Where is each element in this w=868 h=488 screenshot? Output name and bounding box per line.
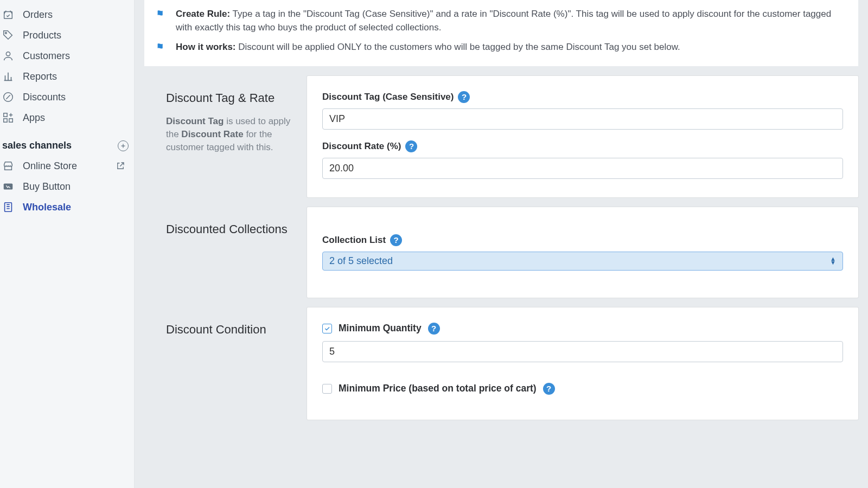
notice-text: How it works: Discount will be applied O… — [176, 41, 680, 54]
field-discount-tag: Discount Tag (Case Sensitive) ? — [322, 91, 843, 130]
card-discount-condition: Minimum Quantity ? Minimum Price (based … — [307, 307, 858, 420]
buy-button-icon — [2, 181, 14, 192]
svg-rect-8 — [5, 203, 12, 212]
sidebar-item-reports[interactable]: Reports — [0, 66, 134, 87]
field-min-price: Minimum Price (based on total price of c… — [322, 383, 843, 395]
sidebar-item-label: Customers — [23, 50, 70, 62]
collection-list-select[interactable]: 2 of 5 selected ▲▼ — [322, 252, 843, 271]
section-description: Discount Tag & Rate Discount Tag is used… — [144, 76, 307, 164]
min-quantity-input[interactable] — [322, 341, 843, 362]
min-price-checkbox[interactable] — [322, 384, 332, 394]
notice-label: Create Rule: — [176, 9, 230, 19]
sidebar-item-label: Products — [23, 30, 61, 41]
channel-item-buy-button[interactable]: Buy Button — [0, 176, 134, 197]
sidebar-item-apps[interactable]: Apps — [0, 107, 134, 128]
notice-body: Discount will be applied ONLY to the cus… — [238, 42, 680, 52]
online-store-icon — [2, 160, 14, 172]
min-quantity-checkbox[interactable] — [322, 324, 332, 333]
sales-channels-header: sales channels — [0, 128, 134, 156]
notice-text: Create Rule: Type a tag in the "Discount… — [176, 8, 847, 34]
channel-item-label: Wholesale — [23, 202, 71, 213]
section-discount-tag-rate: Discount Tag & Rate Discount Tag is used… — [144, 76, 858, 197]
svg-point-2 — [6, 52, 10, 56]
field-label-row: Discount Rate (%) ? — [322, 140, 843, 152]
svg-rect-4 — [4, 113, 7, 117]
section-help-text: Discount Tag is used to apply the Discou… — [166, 115, 296, 153]
svg-rect-5 — [4, 119, 7, 122]
select-caret-icon: ▲▼ — [830, 257, 836, 265]
channel-item-label: Online Store — [23, 160, 77, 172]
discount-rate-label: Discount Rate (%) — [322, 141, 401, 152]
field-label-row: Collection List ? — [322, 234, 843, 246]
min-price-label: Minimum Price (based on total price of c… — [339, 383, 537, 394]
add-channel-button[interactable] — [118, 140, 129, 151]
notice-panel: Create Rule: Type a tag in the "Discount… — [144, 0, 858, 66]
flag-icon — [155, 42, 167, 54]
notice-how-it-works: How it works: Discount will be applied O… — [144, 36, 858, 56]
discount-tag-input[interactable] — [322, 108, 843, 130]
help-icon[interactable]: ? — [543, 383, 555, 395]
external-link-icon[interactable] — [116, 161, 125, 171]
wholesale-icon — [2, 201, 14, 213]
collection-list-label: Collection List — [322, 235, 386, 246]
discount-rate-input[interactable] — [322, 158, 843, 179]
sidebar-item-discounts[interactable]: Discounts — [0, 87, 134, 107]
svg-rect-6 — [9, 119, 12, 122]
checkbox-row-min-qty: Minimum Quantity ? — [322, 323, 843, 335]
field-label-row: Discount Tag (Case Sensitive) ? — [322, 91, 843, 103]
customers-icon — [2, 50, 14, 62]
svg-point-1 — [5, 33, 7, 34]
section-title: Discount Condition — [166, 323, 296, 337]
channel-item-online-store[interactable]: Online Store — [0, 156, 134, 176]
help-icon[interactable]: ? — [428, 323, 440, 335]
checkbox-row-min-price: Minimum Price (based on total price of c… — [322, 383, 843, 395]
flag-icon — [155, 9, 167, 21]
field-discount-rate: Discount Rate (%) ? — [322, 140, 843, 179]
help-icon[interactable]: ? — [405, 140, 417, 152]
sidebar-item-label: Apps — [23, 112, 45, 124]
select-value: 2 of 5 selected — [329, 255, 393, 267]
sidebar-item-label: Discounts — [23, 92, 66, 103]
notice-body: Type a tag in the "Discount Tag (Case Se… — [176, 9, 831, 33]
apps-icon — [2, 112, 14, 124]
sidebar-item-label: Orders — [23, 9, 53, 21]
sidebar-item-orders[interactable]: Orders — [0, 4, 134, 25]
field-collection-list: Collection List ? 2 of 5 selected ▲▼ — [322, 234, 843, 271]
card-discount-tag-rate: Discount Tag (Case Sensitive) ? Discount… — [307, 76, 858, 197]
products-icon — [2, 29, 14, 41]
help-icon[interactable]: ? — [458, 91, 470, 103]
section-title: Discounted Collections — [166, 222, 296, 236]
section-title: Discount Tag & Rate — [166, 91, 296, 105]
section-description: Discounted Collections — [144, 207, 307, 257]
section-discount-condition: Discount Condition Minimum Quantity ? — [144, 307, 858, 420]
min-quantity-label: Minimum Quantity — [339, 323, 422, 334]
sidebar-item-label: Reports — [23, 71, 57, 82]
channel-item-wholesale[interactable]: Wholesale — [0, 197, 134, 217]
orders-icon — [2, 9, 14, 21]
sales-channels-title: sales channels — [2, 140, 72, 151]
discount-tag-label: Discount Tag (Case Sensitive) — [322, 92, 454, 102]
sidebar-item-products[interactable]: Products — [0, 25, 134, 46]
channel-item-label: Buy Button — [23, 181, 71, 192]
reports-icon — [2, 70, 14, 82]
svg-rect-0 — [4, 12, 12, 19]
notice-create-rule: Create Rule: Type a tag in the "Discount… — [144, 3, 858, 36]
help-icon[interactable]: ? — [390, 234, 402, 246]
sidebar: Orders Products Customers Reports Discou… — [0, 0, 135, 488]
section-description: Discount Condition — [144, 307, 307, 357]
notice-label: How it works: — [176, 42, 236, 52]
section-discounted-collections: Discounted Collections Collection List ?… — [144, 207, 858, 298]
sidebar-item-customers[interactable]: Customers — [0, 46, 134, 66]
main-content: Create Rule: Type a tag in the "Discount… — [135, 0, 868, 488]
field-min-quantity: Minimum Quantity ? — [322, 323, 843, 362]
discounts-icon — [2, 91, 14, 103]
card-discounted-collections: Collection List ? 2 of 5 selected ▲▼ — [307, 207, 858, 298]
